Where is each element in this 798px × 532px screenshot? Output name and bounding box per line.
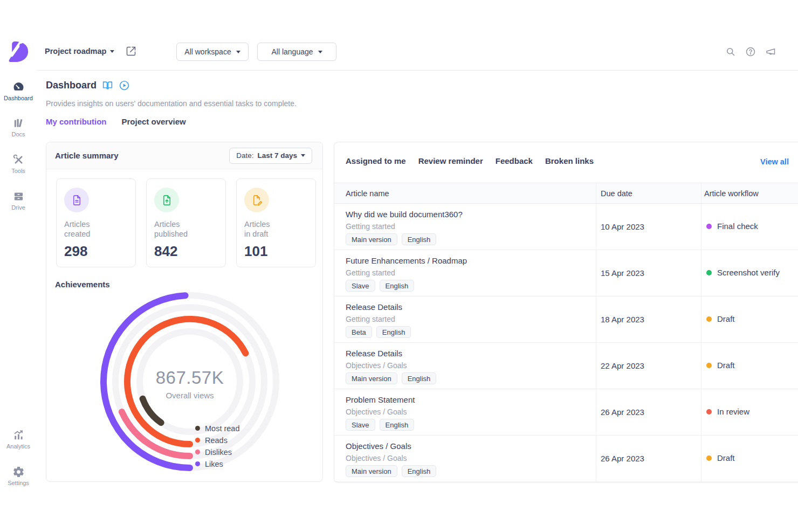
article-title[interactable]: Why did we build document360? xyxy=(346,210,463,219)
drive-drawer-icon xyxy=(12,190,25,203)
status-dot xyxy=(706,270,712,275)
help-icon[interactable] xyxy=(745,46,756,57)
sidebar-item-label: Settings xyxy=(0,480,37,486)
file-published-icon xyxy=(154,188,179,212)
tab-broken-links[interactable]: Broken links xyxy=(545,156,594,165)
page-tabs: My contribution Project overview xyxy=(46,117,186,126)
stat-label-line: published xyxy=(154,229,218,239)
language-selector[interactable]: All language xyxy=(257,43,336,61)
task-table-body: Why did we build document360?Getting sta… xyxy=(334,204,798,482)
legend-item: Reads xyxy=(195,436,239,444)
table-row[interactable]: Problem StatementObjectives / GoalsSlave… xyxy=(334,389,798,436)
article-category: Getting started xyxy=(346,268,395,277)
video-play-icon[interactable] xyxy=(119,80,130,91)
article-summary-card: Article summary Date: Last 7 days Articl… xyxy=(46,142,323,482)
due-date: 26 Apr 2023 xyxy=(601,454,644,463)
article-title[interactable]: Release Details xyxy=(346,349,402,358)
due-date: 18 Apr 2023 xyxy=(601,315,644,324)
badge: Main version xyxy=(346,372,397,384)
article-title[interactable]: Objectives / Goals xyxy=(346,441,411,451)
chart-arc-most-read xyxy=(143,399,161,423)
column-article-name: Article name xyxy=(346,189,389,198)
status-label: Screenshot verify xyxy=(717,268,780,277)
stat-value: 101 xyxy=(244,243,308,260)
sidebar-item-analytics[interactable]: Analytics xyxy=(0,429,37,450)
tab-assigned-to-me[interactable]: Assigned to me xyxy=(346,156,406,165)
sidebar-item-settings[interactable]: Settings xyxy=(0,466,37,486)
table-row[interactable]: Why did we build document360?Getting sta… xyxy=(334,204,798,250)
status-dot xyxy=(706,316,712,322)
sidebar-item-label: Drive xyxy=(0,204,37,211)
sidebar-item-tools[interactable]: Tools xyxy=(0,154,37,174)
workspace-selector[interactable]: All workspace xyxy=(176,43,249,61)
view-all-link[interactable]: View all xyxy=(760,157,789,166)
stat-value: 298 xyxy=(64,243,128,260)
workflow-status: Draft xyxy=(706,314,735,323)
badge: English xyxy=(402,372,437,384)
sidebar: Dashboard Docs Tools xyxy=(0,0,37,532)
announcement-megaphone-icon[interactable] xyxy=(765,46,776,57)
status-label: Final check xyxy=(717,222,758,231)
top-bar: Project roadmap All workspace All langua… xyxy=(37,0,798,71)
article-badges: Main versionEnglish xyxy=(346,372,436,384)
workflow-status: Screenshot verify xyxy=(706,268,780,277)
status-label: Draft xyxy=(717,361,735,370)
date-range-selector[interactable]: Date: Last 7 days xyxy=(229,148,312,164)
stat-value: 842 xyxy=(154,243,218,260)
tab-project-overview[interactable]: Project overview xyxy=(122,117,186,126)
tab-feedback[interactable]: Feedback xyxy=(496,156,533,165)
dashboard-gauge-icon xyxy=(12,81,25,93)
table-row[interactable]: Release DetailsGetting startedBetaEnglis… xyxy=(334,296,798,343)
badge: Beta xyxy=(346,326,372,338)
article-category: Objectives / Goals xyxy=(346,361,407,370)
document360-logo[interactable] xyxy=(8,40,29,64)
chart-legend: Most readReadsDislikesLikes xyxy=(195,424,239,472)
open-site-external-link-icon[interactable] xyxy=(126,46,136,57)
project-selector[interactable]: Project roadmap xyxy=(45,47,114,56)
stat-label-line: Articles xyxy=(154,219,218,229)
article-title[interactable]: Problem Statement xyxy=(346,395,415,404)
docs-guide-book-icon[interactable] xyxy=(102,80,113,91)
article-category: Objectives / Goals xyxy=(346,407,407,416)
article-badges: SlaveEnglish xyxy=(346,280,414,292)
sidebar-item-label: Docs xyxy=(0,131,37,137)
docs-books-icon xyxy=(12,117,25,129)
badge: Slave xyxy=(346,419,375,431)
page-title: Dashboard xyxy=(46,80,130,91)
chevron-down-icon xyxy=(301,154,305,157)
tasks-panel: Assigned to me Review reminder Feedback … xyxy=(334,142,798,483)
page-description: Provides insights on users' documentatio… xyxy=(46,99,297,108)
stat-label-line: in draft xyxy=(244,229,308,239)
tab-review-reminder[interactable]: Review reminder xyxy=(418,156,483,165)
sidebar-item-label: Analytics xyxy=(0,443,37,450)
overall-views-value: 867.57K xyxy=(141,368,238,388)
settings-gear-icon xyxy=(12,466,25,478)
article-badges: SlaveEnglish xyxy=(346,419,414,431)
legend-dot xyxy=(195,438,200,443)
sidebar-item-drive[interactable]: Drive xyxy=(0,190,37,211)
overall-views: 867.57K Overall views xyxy=(141,368,238,400)
sidebar-item-docs[interactable]: Docs xyxy=(0,117,37,137)
search-icon[interactable] xyxy=(725,46,736,57)
workflow-status: Final check xyxy=(706,222,758,231)
table-row[interactable]: Objectives / GoalsObjectives / GoalsMain… xyxy=(334,436,798,482)
table-header: Article name Due date Article workflow xyxy=(334,183,798,204)
article-category: Getting started xyxy=(346,315,395,323)
tab-my-contribution[interactable]: My contribution xyxy=(46,117,107,126)
sidebar-item-dashboard[interactable]: Dashboard xyxy=(0,81,37,101)
badge: English xyxy=(402,233,437,245)
legend-item: Most read xyxy=(195,424,239,432)
article-title[interactable]: Release Details xyxy=(346,302,402,312)
date-label: Date: xyxy=(236,151,253,160)
table-row[interactable]: Future Enhancements / RoadmapGetting sta… xyxy=(334,250,798,296)
stat-articles-created: Articles created 298 xyxy=(56,178,136,267)
chevron-down-icon xyxy=(236,51,240,53)
status-dot xyxy=(706,224,712,229)
legend-item: Dislikes xyxy=(195,448,239,456)
legend-dot xyxy=(195,426,200,431)
article-title[interactable]: Future Enhancements / Roadmap xyxy=(346,256,467,265)
workflow-status: In review xyxy=(706,407,749,416)
table-row[interactable]: Release DetailsObjectives / GoalsMain ve… xyxy=(334,343,798,389)
legend-label: Most read xyxy=(205,424,239,433)
status-dot xyxy=(706,455,712,461)
